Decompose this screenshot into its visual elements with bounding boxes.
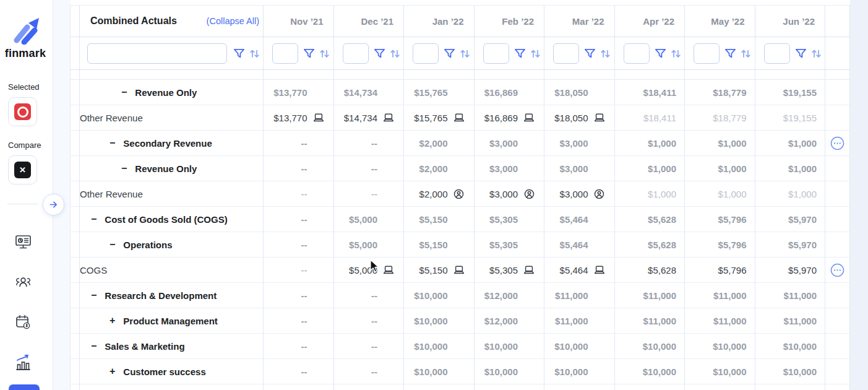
row-collapse-toggle[interactable]: − [121, 87, 127, 97]
cell-value[interactable]: $18,779 [685, 105, 755, 130]
cell-value[interactable]: -- [264, 359, 334, 384]
sidebar-bottom-button[interactable] [9, 384, 40, 390]
cell-value[interactable]: -- [264, 232, 334, 257]
cell-value[interactable]: $5,150 [404, 258, 475, 282]
cell-value[interactable]: $2,000 [404, 181, 475, 206]
cell-value[interactable]: $18,779 [685, 80, 755, 105]
metrics-chart-icon[interactable] [15, 354, 32, 371]
cell-value[interactable]: -- [334, 359, 405, 384]
cell-value[interactable]: $16,869 [475, 80, 545, 105]
column-filter-input[interactable] [694, 43, 720, 64]
cell-value[interactable]: $5,000 [334, 207, 405, 232]
cell-value[interactable]: $5,305 [475, 207, 545, 232]
cell-value[interactable]: $5,970 [755, 207, 826, 232]
filter-funnel-icon[interactable] [373, 47, 386, 60]
sort-arrows-icon[interactable] [599, 48, 611, 59]
cell-value[interactable]: $5,464 [544, 207, 615, 232]
cell-value[interactable]: $3,000 [475, 181, 545, 206]
cell-value[interactable]: -- [475, 384, 545, 390]
cell-value[interactable]: $1,000 [685, 131, 755, 155]
cell-value[interactable]: $19,155 [755, 105, 826, 130]
cell-value[interactable]: $5,970 [755, 232, 826, 257]
cell-value[interactable]: $3,000 [544, 131, 615, 155]
cell-value[interactable]: $2,000 [404, 156, 475, 181]
cell-value[interactable]: $10,000 [544, 359, 615, 384]
cell-value[interactable]: $0 [755, 384, 826, 390]
row-collapse-toggle[interactable]: − [110, 240, 115, 249]
column-filter-input[interactable] [764, 43, 790, 64]
cell-value[interactable]: $18,050 [544, 105, 615, 130]
cell-value[interactable]: -- [264, 308, 334, 333]
cell-value[interactable]: $2,000 [404, 131, 475, 155]
cell-value[interactable]: $0 [685, 384, 755, 390]
cell-value[interactable]: $1,000 [755, 181, 826, 206]
cell-value[interactable]: $10,000 [615, 359, 685, 384]
cell-value[interactable]: $1,000 [615, 131, 685, 155]
cell-value[interactable]: $3,000 [475, 156, 545, 181]
cell-value[interactable]: -- [544, 384, 615, 390]
cell-value[interactable]: $5,150 [404, 207, 475, 232]
cell-value[interactable]: -- [264, 181, 334, 206]
cell-value[interactable]: $10,000 [404, 283, 475, 308]
cell-value[interactable]: $11,000 [544, 283, 615, 308]
sort-arrows-icon[interactable] [810, 48, 822, 59]
team-icon[interactable] [15, 274, 32, 290]
row-actions-ellipsis-button[interactable] [830, 136, 844, 150]
filter-funnel-icon[interactable] [583, 47, 596, 60]
row-collapse-toggle[interactable]: − [121, 163, 127, 173]
cell-value[interactable]: $10,000 [475, 359, 545, 384]
row-collapse-toggle[interactable]: − [91, 290, 97, 300]
sort-arrows-icon[interactable] [530, 48, 541, 59]
cell-value[interactable]: $11,000 [544, 308, 615, 333]
expand-panel-button[interactable] [43, 194, 64, 215]
cell-value[interactable]: $5,305 [475, 258, 545, 282]
cell-value[interactable]: $11,000 [755, 283, 826, 308]
cell-value[interactable]: $1,000 [755, 156, 826, 181]
cell-value[interactable]: $1,000 [685, 156, 755, 181]
cell-value[interactable]: $10,000 [755, 359, 826, 384]
column-filter-input[interactable] [624, 43, 650, 64]
row-name-filter-input[interactable] [87, 43, 227, 64]
cell-value[interactable]: -- [334, 131, 405, 155]
cell-value[interactable]: $5,464 [544, 258, 615, 282]
cell-value[interactable]: $5,628 [615, 258, 685, 282]
row-expand-toggle[interactable]: + [110, 316, 115, 326]
cell-value[interactable]: $1,000 [685, 181, 755, 206]
cell-value[interactable]: $10,000 [404, 308, 475, 333]
sort-arrows-icon[interactable] [389, 48, 401, 59]
filter-funnel-icon[interactable] [794, 47, 807, 60]
cell-value[interactable]: $5,796 [685, 258, 755, 282]
collapse-all-link[interactable]: (Collapse All) [207, 16, 259, 26]
cell-value[interactable]: $14,734 [334, 80, 405, 105]
filter-funnel-icon[interactable] [513, 47, 526, 60]
cell-value[interactable]: $11,000 [685, 283, 755, 308]
cell-value[interactable]: $16,869 [475, 105, 545, 130]
row-collapse-toggle[interactable]: − [110, 138, 115, 148]
cell-value[interactable]: -- [334, 283, 405, 308]
sort-arrows-icon[interactable] [459, 48, 471, 59]
cell-value[interactable]: $3,000 [475, 131, 545, 155]
column-filter-input[interactable] [553, 43, 579, 64]
cell-value[interactable]: -- [334, 334, 405, 358]
cell-value[interactable]: $1,000 [755, 131, 826, 155]
cell-value[interactable]: $3,000 [544, 181, 615, 206]
cell-value[interactable]: -- [264, 156, 334, 181]
cell-value[interactable]: -- [264, 334, 334, 358]
compare-scenario-button[interactable]: ✕ [8, 155, 37, 184]
row-expand-toggle[interactable]: + [110, 366, 115, 376]
cell-value[interactable]: $5,628 [615, 232, 685, 257]
cell-value[interactable]: $10,000 [685, 334, 755, 358]
cell-value[interactable]: $10,000 [615, 334, 685, 358]
cell-value[interactable]: $0 [615, 384, 685, 390]
cell-value[interactable]: $10,000 [404, 334, 475, 358]
cell-value[interactable]: $10,000 [475, 334, 545, 358]
cell-value[interactable]: $5,000 [334, 232, 405, 257]
cell-value[interactable]: -- [334, 308, 405, 333]
filter-funnel-icon[interactable] [654, 47, 667, 60]
cell-value[interactable]: $15,765 [404, 105, 475, 130]
cell-value[interactable]: $18,411 [615, 80, 685, 105]
cell-value[interactable]: $19,155 [755, 80, 826, 105]
cell-value[interactable]: $5,628 [615, 207, 685, 232]
cell-value[interactable]: $18,411 [615, 105, 685, 130]
cell-value[interactable]: -- [264, 207, 334, 232]
